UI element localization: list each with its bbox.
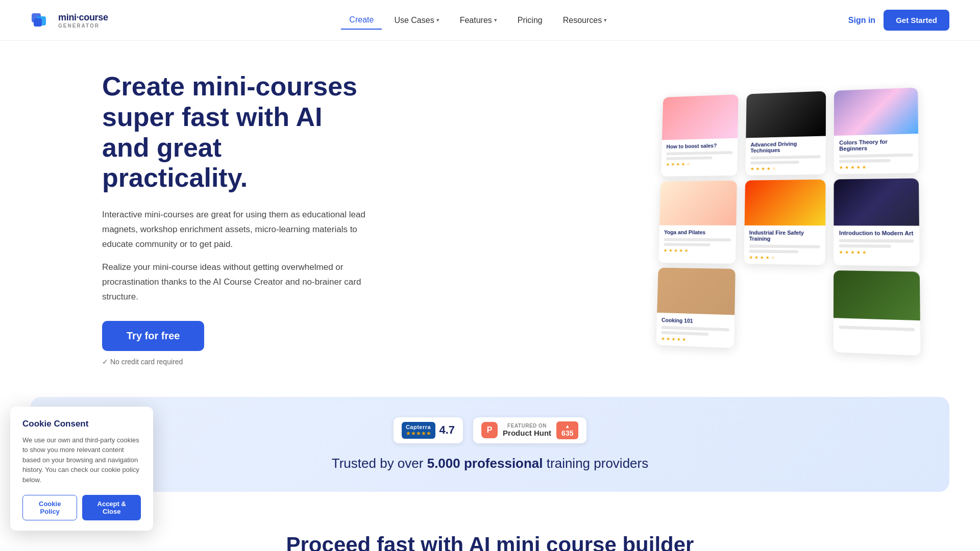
course-line [666,156,713,160]
star-icon: ★ [672,336,676,341]
course-card-body: Advanced Driving Techniques ★ ★ ★ ★ ☆ [745,136,826,175]
ph-icon: P [481,422,498,438]
course-title: Cooking 101 [662,317,729,325]
course-card [834,270,921,356]
course-thumbnail [834,178,919,226]
nav-links: Create Use Cases ▾ Features ▾ Pricing Re… [341,11,615,30]
get-started-button[interactable]: Get Started [884,10,949,31]
course-stars: ★ ★ ★ ★ ★ [661,336,729,343]
nav-resources[interactable]: Resources ▾ [555,12,615,29]
course-card: How to boost sales? ★ ★ ★ ★ ☆ [661,94,739,177]
trusted-section: Capterra ★★★★★ 4.7 P FEATURED ON Product… [31,397,949,492]
course-line [839,325,915,331]
star-icon: ★ [684,248,689,253]
nav-actions: Sign in Get Started [848,10,949,31]
no-credit-text: ✓ No credit card required [102,358,183,366]
course-line [749,249,798,253]
cookie-text: We use our own and third-party cookies t… [22,435,141,485]
logo-text: mini·course GENERATOR [58,12,108,29]
star-icon: ★ [679,248,683,253]
ph-count-box: ▲ 635 [556,421,578,439]
star-icon: ★ [766,166,770,171]
capterra-score: 4.7 [439,423,455,437]
course-line [749,244,820,248]
hero-desc-2: Realize your mini-course ideas without g… [102,260,368,305]
star-icon: ★ [681,162,685,167]
course-card-lines [749,244,820,253]
course-card-lines [839,325,915,331]
course-title [839,322,915,325]
trusted-text-bold: 5.000 professional [427,456,543,471]
course-card-body: Introduction to Modern Art ★ ★ ★ ★ ★ [834,226,920,260]
star-icon: ★ [669,248,673,253]
ph-p-icon: P [487,425,493,435]
try-free-button[interactable]: Try for free [102,321,204,351]
ph-text: FEATURED ON Product Hunt [503,423,551,437]
course-stars: ★ ★ ★ ★ ☆ [666,161,732,167]
course-line [664,238,731,241]
course-line [750,155,820,159]
hero-content: Create mini-courses super fast with AI a… [102,71,368,366]
ph-content: P FEATURED ON Product Hunt ▲ 635 [481,421,578,439]
star-icon: ★ [755,166,760,171]
logo-sub-text: GENERATOR [58,23,108,29]
course-stars: ★ ★ ★ ★ ★ [664,248,731,254]
course-card-lines [664,238,731,246]
course-stars: ★ ★ ★ ★ ★ [839,164,913,170]
course-card: Cooking 101 ★ ★ ★ ★ ★ [656,267,735,348]
star-icon: ★ [760,255,764,260]
star-icon: ★ [856,165,861,170]
course-card-lines [839,153,913,163]
course-thumbnail [657,267,736,315]
course-title: How to boost sales? [666,142,732,149]
star-icon: ★ [661,336,665,341]
star-icon: ★ [862,164,866,169]
accept-close-button[interactable]: Accept & Close [82,495,141,520]
logo-icon [31,9,53,32]
ph-name: Product Hunt [503,429,551,437]
star-icon: ★ [851,249,855,255]
chevron-down-icon: ▾ [604,17,607,23]
course-title: Introduction to Modern Art [839,230,914,236]
course-card-body: Cooking 101 ★ ★ ★ ★ ★ [656,313,734,348]
trusted-text: Trusted by over 5.000 professional train… [61,456,919,471]
course-card-lines [666,151,732,160]
star-icon: ★ [666,162,670,167]
course-card: Advanced Driving Techniques ★ ★ ★ ★ ☆ [745,91,826,175]
nav-features[interactable]: Features ▾ [452,12,505,29]
star-icon: ★ [664,248,668,253]
hero-cta: Try for free ✓ No credit card required [102,321,368,366]
capterra-label: Capterra [406,424,431,430]
logo[interactable]: mini·course GENERATOR [31,9,108,32]
star-icon: ☆ [772,166,776,171]
star-icon: ★ [666,336,670,341]
course-card-body [834,318,920,338]
course-line [666,151,732,155]
proceed-title: Proceed fast with AI mini course builder [61,533,919,551]
nav-use-cases[interactable]: Use Cases ▾ [386,12,447,29]
course-title: Colors Theory for Beginners [839,138,913,152]
nav-pricing[interactable]: Pricing [509,12,551,29]
star-icon: ★ [839,249,843,255]
sign-in-link[interactable]: Sign in [848,16,875,25]
star-icon: ★ [765,255,769,260]
svg-rect-2 [34,18,42,27]
chevron-down-icon: ▾ [494,17,497,23]
course-thumbnail [746,91,826,138]
nav-create[interactable]: Create [341,11,382,30]
course-stars: ★ ★ ★ ★ ☆ [750,165,821,171]
course-stars: ★ ★ ★ ★ ☆ [749,255,820,261]
hero-title: Create mini-courses super fast with AI a… [102,71,368,193]
ph-arrow: ▲ [565,423,570,429]
course-card-body: Colors Theory for Beginners ★ ★ ★ ★ ★ [834,134,919,174]
course-thumbnail [834,270,920,320]
course-thumbnail [659,181,737,226]
star-icon: ☆ [771,255,775,260]
course-card-lines [839,239,914,248]
capterra-badge: Capterra ★★★★★ 4.7 [394,417,463,443]
course-title: Yoga and Pilates [664,229,731,235]
course-title: Industrial Fire Safety Training [749,230,820,242]
course-line [750,161,799,165]
trusted-text-post: training providers [543,456,649,471]
cookie-policy-button[interactable]: Cookie Policy [22,495,77,520]
